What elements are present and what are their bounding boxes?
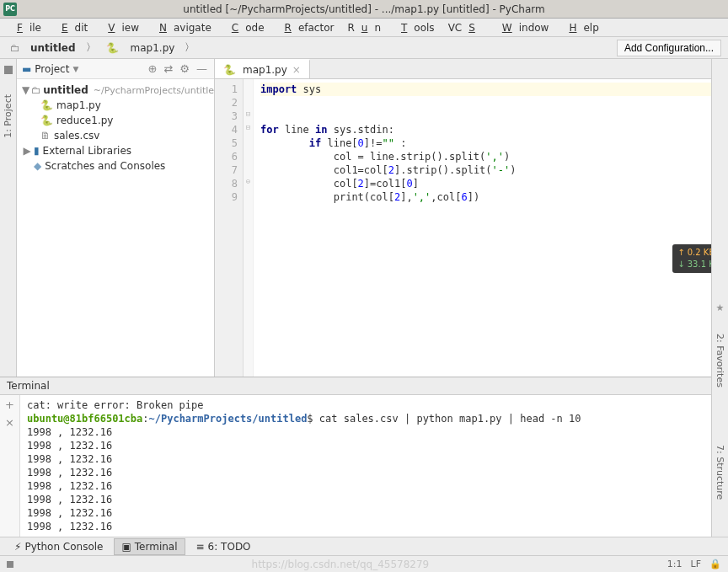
terminal-line: 1998 , 1232.16 <box>27 425 721 439</box>
watermark: https://blog.csdn.net/qq_45578279 <box>252 559 430 570</box>
terminal-panel: Terminal + × cat: write error: Broken pi… <box>0 377 728 537</box>
line-gutter: 1 2 3 4 5 6 7 8 9 <box>215 79 244 377</box>
project-panel-title[interactable]: Project <box>35 63 69 75</box>
terminal-icon: ▣ <box>121 541 131 553</box>
terminal-line: 1998 , 1232.16 <box>27 479 721 493</box>
tree-external-label: External Libraries <box>43 145 131 157</box>
tree-file-label: map1.py <box>56 99 101 111</box>
menu-code[interactable]: Code <box>218 20 271 35</box>
terminal-line: 1998 , 1232.16 <box>27 506 721 520</box>
menu-refactor[interactable]: Refactor <box>271 20 341 35</box>
terminal-line: 1998 , 1232.16 <box>27 439 721 452</box>
menubar: File Edit View Navigate Code Refactor Ru… <box>0 19 728 37</box>
folder-icon: 🗀 <box>31 84 41 96</box>
tree-file[interactable]: 🐍 map1.py <box>17 98 214 113</box>
tree-root[interactable]: ▼ 🗀 untitled ~/PycharmProjects/untitled <box>17 83 214 98</box>
terminal-line: ubuntu@81bf66501cba:~/PycharmProjects/un… <box>27 412 721 425</box>
project-view-icon: ▬ <box>22 63 31 75</box>
right-tool-structure[interactable]: 7: Structure <box>715 445 725 500</box>
python-file-icon: 🐍 <box>223 64 236 76</box>
terminal-content[interactable]: cat: write error: Broken pipe ubuntu@81b… <box>20 395 728 537</box>
menu-navigate[interactable]: Navigate <box>146 20 218 35</box>
line-separator[interactable]: LF <box>691 559 701 569</box>
tree-scratches-label: Scratches and Consoles <box>45 160 165 172</box>
left-tool-project[interactable]: 1: Project <box>3 91 13 142</box>
chevron-right-icon: 〉 <box>181 39 198 56</box>
collapse-all-icon[interactable]: ⇄ <box>162 62 174 75</box>
bottom-tabs: ⚡ Python Console ▣ Terminal ≡ 6: TODO <box>0 537 728 555</box>
tab-todo[interactable]: ≡ 6: TODO <box>189 538 259 555</box>
terminal-line: 1998 , 1232.16 <box>27 493 721 506</box>
expand-arrow-icon[interactable]: ▼ <box>22 84 29 96</box>
terminal-line: cat: write error: Broken pipe <box>27 398 721 412</box>
python-file-icon: 🐍 <box>103 40 122 56</box>
lock-icon[interactable]: 🔒 <box>709 559 721 569</box>
left-tool-stripe: 1: Project <box>0 59 17 377</box>
hide-icon[interactable]: — <box>195 62 209 75</box>
python-file-icon: 🐍 <box>40 99 53 111</box>
tree-file-label: reduce1.py <box>56 115 113 126</box>
python-file-icon: 🐍 <box>40 115 53 126</box>
app-icon: PC <box>3 3 17 16</box>
csv-file-icon: 🗎 <box>40 130 51 142</box>
dropdown-icon[interactable]: ▼ <box>72 65 78 73</box>
menu-vcs[interactable]: VCS <box>442 20 489 35</box>
tree-scratches[interactable]: ◆ Scratches and Consoles <box>17 158 214 174</box>
tree-file[interactable]: 🐍 reduce1.py <box>17 113 214 128</box>
menu-edit[interactable]: Edit <box>48 20 94 35</box>
add-terminal-icon[interactable]: + <box>5 398 14 411</box>
scroll-target-icon[interactable]: ⊕ <box>147 62 159 75</box>
tree-root-path: ~/PycharmProjects/untitled <box>94 85 220 96</box>
tree-root-label: untitled <box>43 84 88 96</box>
editor-area: 🐍 map1.py × 1 2 3 4 5 6 7 8 9 ⊟⊟⊖ import… <box>215 59 728 377</box>
cursor-position[interactable]: 1:1 <box>667 559 682 569</box>
chevron-right-icon: 〉 <box>83 39 99 56</box>
terminal-toolbar: + × <box>0 395 20 537</box>
project-tree: ▼ 🗀 untitled ~/PycharmProjects/untitled … <box>17 79 214 177</box>
editor[interactable]: 1 2 3 4 5 6 7 8 9 ⊟⊟⊖ import sys for lin… <box>215 79 728 377</box>
gear-icon[interactable]: ⚙ <box>178 62 191 75</box>
project-tool-icon[interactable] <box>4 66 13 74</box>
editor-tab[interactable]: 🐍 map1.py × <box>215 59 310 78</box>
tab-python-console[interactable]: ⚡ Python Console <box>7 538 110 555</box>
add-configuration-button[interactable]: Add Configuration... <box>617 40 721 56</box>
window-title: untitled [~/PycharmProjects/untitled] - … <box>183 3 544 15</box>
navbar: 🗀 untitled 〉 🐍 map1.py 〉 Add Configurati… <box>0 37 728 59</box>
status-indicator-icon[interactable] <box>7 561 13 568</box>
tab-terminal[interactable]: ▣ Terminal <box>114 538 185 555</box>
terminal-line: 1998 , 1232.16 <box>27 520 721 533</box>
titlebar: PC untitled [~/PycharmProjects/untitled]… <box>0 0 728 19</box>
expand-arrow-icon[interactable]: ▶ <box>22 145 32 157</box>
code-content[interactable]: import sys for line in sys.stdin: if lin… <box>254 79 728 377</box>
menu-view[interactable]: View <box>94 20 146 35</box>
project-panel: ▬ Project ▼ ⊕ ⇄ ⚙ — ▼ 🗀 untitled ~/Pycha… <box>17 59 215 377</box>
terminal-line: 1998 , 1232.16 <box>27 452 721 466</box>
editor-tabs: 🐍 map1.py × <box>215 59 728 79</box>
terminal-header[interactable]: Terminal <box>0 377 728 395</box>
todo-icon: ≡ <box>196 541 205 553</box>
scratches-icon: ◆ <box>34 160 41 172</box>
terminal-line: 1998 , 1232.16 <box>27 466 721 479</box>
menu-help[interactable]: Help <box>555 20 605 35</box>
menu-file[interactable]: File <box>3 20 48 35</box>
fold-gutter: ⊟⊟⊖ <box>244 79 254 377</box>
python-console-icon: ⚡ <box>14 541 21 553</box>
breadcrumb-file[interactable]: map1.py <box>127 40 179 56</box>
library-icon: ▮ <box>34 145 40 157</box>
tree-external-libs[interactable]: ▶ ▮ External Libraries <box>17 143 214 158</box>
project-panel-header: ▬ Project ▼ ⊕ ⇄ ⚙ — <box>17 59 214 79</box>
editor-tab-label: map1.py <box>243 64 287 76</box>
breadcrumb: 🗀 untitled 〉 🐍 map1.py 〉 <box>7 39 198 56</box>
favorites-icon[interactable]: ★ <box>716 302 725 313</box>
breadcrumb-root[interactable]: untitled <box>27 40 79 56</box>
right-tool-favorites[interactable]: 2: Favorites <box>715 334 725 388</box>
menu-run[interactable]: Run <box>340 20 388 35</box>
statusbar: https://blog.csdn.net/qq_45578279 1:1 LF… <box>0 555 728 572</box>
close-icon[interactable]: × <box>292 64 301 76</box>
menu-tools[interactable]: Tools <box>388 20 442 35</box>
tree-file-label: sales.csv <box>54 130 99 142</box>
tree-file[interactable]: 🗎 sales.csv <box>17 128 214 143</box>
right-tool-stripe: ★ 2: Favorites 7: Structure <box>711 59 728 537</box>
close-terminal-icon[interactable]: × <box>5 416 14 429</box>
menu-window[interactable]: Window <box>489 20 556 35</box>
